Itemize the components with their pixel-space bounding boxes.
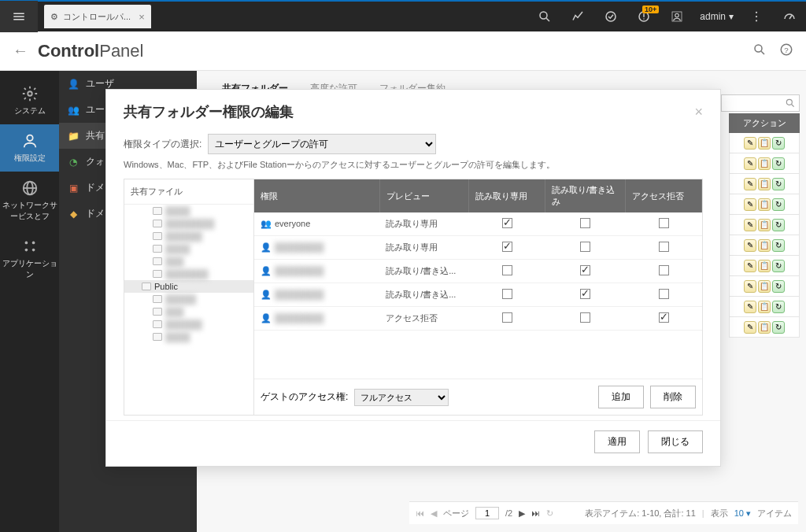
tree-node[interactable]: ███████: [124, 268, 253, 280]
page-title: ControlPanel: [38, 41, 143, 61]
user-icon: 👤: [261, 290, 272, 300]
action-row[interactable]: ✎📋↻: [729, 194, 800, 215]
gauge-icon[interactable]: [773, 1, 806, 32]
nav-apps[interactable]: アプリケーション: [0, 230, 59, 288]
read-write-checkbox[interactable]: [580, 312, 590, 323]
table-row[interactable]: 👤████████読み取り/書き込...: [254, 260, 702, 283]
notification-icon[interactable]: 10+: [627, 1, 660, 32]
help-icon[interactable]: ?: [779, 42, 793, 60]
user-icon: 👤: [261, 313, 272, 323]
next-page-icon[interactable]: ▶: [519, 508, 525, 519]
read-only-checkbox[interactable]: [502, 289, 512, 299]
nav-network[interactable]: ネットワークサービスとフ: [0, 172, 59, 230]
gear-icon: ⚙: [50, 12, 58, 22]
back-button[interactable]: ←: [13, 42, 28, 60]
action-row[interactable]: ✎📋↻: [729, 215, 800, 235]
guest-access-label: ゲストのアクセス権:: [261, 390, 348, 404]
nav-system[interactable]: システム: [0, 77, 59, 124]
read-write-checkbox[interactable]: [580, 218, 590, 228]
deny-checkbox[interactable]: [659, 289, 669, 299]
more-icon[interactable]: [740, 1, 773, 32]
tree-node[interactable]: ██████: [124, 230, 253, 242]
action-row[interactable]: ✎📋↻: [729, 235, 800, 256]
svg-line-11: [789, 16, 792, 20]
page-size-select[interactable]: 10 ▾: [734, 508, 751, 519]
prev-page-icon[interactable]: ◀: [431, 508, 437, 519]
dialog-description: Windows、Mac、FTP、およびFile Stationーからのアクセスに…: [124, 159, 703, 171]
tree-node[interactable]: ████: [124, 205, 253, 217]
tree-node[interactable]: ████████: [124, 217, 253, 230]
tree-node[interactable]: ███: [124, 255, 253, 268]
close-icon[interactable]: ×: [694, 104, 703, 120]
nav-privilege[interactable]: 権限設定: [0, 124, 59, 172]
svg-point-10: [756, 20, 757, 21]
actions-column: アクション ✎📋↻ ✎📋↻ ✎📋↻ ✎📋↻ ✎📋↻ ✎📋↻ ✎📋↻ ✎📋↻ ✎📋…: [729, 113, 800, 338]
edit-permissions-dialog: 共有フォルダー権限の編集 × 権限タイプの選択: ユーザーとグループの許可 Wi…: [105, 89, 721, 467]
tree-node-selected[interactable]: Public: [124, 280, 253, 293]
deny-checkbox[interactable]: [659, 312, 669, 323]
svg-line-1: [547, 18, 550, 21]
user-icon: 👤: [261, 242, 272, 253]
read-write-checkbox[interactable]: [580, 289, 590, 299]
pagination-bar: ⏮ ◀ ページ /2 ▶ ⏭ ↻ 表示アイテム: 1-10, 合計: 11 | …: [409, 501, 798, 524]
search-icon[interactable]: [528, 1, 561, 32]
close-icon[interactable]: ×: [139, 11, 145, 23]
refresh-icon[interactable]: ↻: [546, 508, 553, 519]
dialog-title: 共有フォルダー権限の編集: [124, 102, 294, 121]
table-row[interactable]: 👤████████読み取り専用: [254, 236, 702, 260]
svg-point-2: [606, 12, 616, 21]
remove-button[interactable]: 削除: [650, 386, 696, 408]
user-avatar-icon[interactable]: [660, 1, 693, 32]
action-row[interactable]: ✎📋↻: [729, 174, 800, 194]
user-menu[interactable]: admin▾: [693, 11, 740, 22]
tree-node[interactable]: █████: [124, 293, 253, 305]
svg-point-25: [786, 99, 792, 105]
dashboard-icon[interactable]: [561, 1, 594, 32]
tree-node[interactable]: ███: [124, 305, 253, 318]
read-only-checkbox[interactable]: [502, 242, 512, 252]
deny-checkbox[interactable]: [659, 218, 669, 228]
first-page-icon[interactable]: ⏮: [416, 508, 424, 518]
window-tab[interactable]: ⚙ コントロールパ... ×: [44, 5, 151, 28]
tree-node[interactable]: ██████: [124, 318, 253, 331]
action-row[interactable]: ✎📋↻: [729, 297, 800, 317]
svg-point-16: [28, 91, 32, 96]
table-row[interactable]: 👤████████読み取り/書き込...: [254, 283, 702, 307]
read-only-checkbox[interactable]: [502, 218, 512, 228]
svg-point-24: [31, 249, 35, 252]
background-search[interactable]: [721, 94, 800, 112]
close-button[interactable]: 閉じる: [648, 430, 703, 453]
search-icon[interactable]: [752, 42, 767, 60]
page-header: ← ControlPanel ?: [0, 31, 806, 71]
task-icon[interactable]: [594, 1, 627, 32]
svg-point-0: [540, 12, 547, 19]
read-only-checkbox[interactable]: [502, 265, 512, 275]
svg-point-9: [756, 16, 757, 17]
notification-badge: 10+: [642, 6, 659, 13]
action-row[interactable]: ✎📋↻: [729, 276, 800, 297]
deny-checkbox[interactable]: [659, 265, 669, 275]
tree-node[interactable]: ████: [124, 242, 253, 255]
deny-checkbox[interactable]: [659, 242, 669, 252]
svg-point-5: [644, 18, 645, 20]
last-page-icon[interactable]: ⏭: [531, 508, 540, 518]
permissions-table: 権限 プレビュー 読み取り専用 読み取り/書き込み アクセス拒否 👥everyo…: [254, 179, 702, 379]
action-row[interactable]: ✎📋↻: [729, 153, 800, 174]
action-row[interactable]: ✎📋↻: [729, 317, 800, 338]
read-write-checkbox[interactable]: [580, 242, 590, 252]
action-row[interactable]: ✎📋↻: [729, 133, 800, 153]
perm-type-select[interactable]: ユーザーとグループの許可: [208, 134, 436, 154]
read-only-checkbox[interactable]: [502, 312, 512, 323]
read-write-checkbox[interactable]: [580, 265, 590, 275]
apply-button[interactable]: 適用: [594, 430, 640, 453]
svg-point-22: [31, 242, 35, 245]
guest-access-select[interactable]: フルアクセス: [354, 389, 449, 406]
tree-node[interactable]: ████: [124, 331, 253, 343]
page-input[interactable]: [475, 507, 499, 519]
menu-toggle[interactable]: [0, 1, 38, 32]
add-button[interactable]: 追加: [598, 386, 644, 408]
table-row[interactable]: 👤████████アクセス拒否: [254, 307, 702, 331]
table-row[interactable]: 👥everyone読み取り専用: [254, 212, 702, 236]
action-row[interactable]: ✎📋↻: [729, 256, 800, 276]
svg-point-17: [27, 135, 32, 141]
